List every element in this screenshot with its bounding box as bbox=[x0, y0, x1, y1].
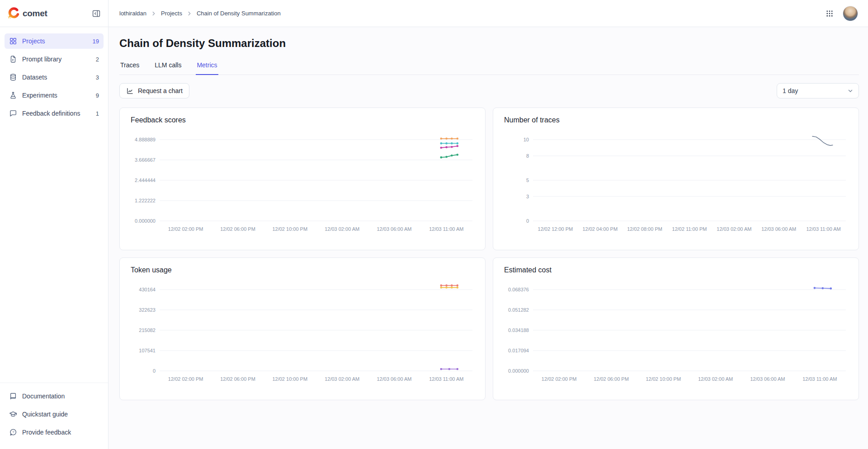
sidebar-nav: Projects 19 Prompt library 2 Datasets 3 … bbox=[0, 27, 108, 124]
svg-text:0.051282: 0.051282 bbox=[508, 307, 529, 313]
collapse-sidebar-icon[interactable] bbox=[92, 9, 101, 18]
line-chart-feedback-scores: 4.8888893.6666672.4444441.2222220.000000… bbox=[131, 131, 474, 239]
svg-text:430164: 430164 bbox=[139, 287, 156, 292]
svg-text:12/03 11:00 AM: 12/03 11:00 AM bbox=[802, 376, 837, 382]
breadcrumb: lothiraldanProjectsChain of Density Summ… bbox=[119, 10, 281, 17]
sidebar: comet Projects 19 Prompt library 2 Datas… bbox=[0, 0, 108, 449]
sidebar-item-label: Datasets bbox=[22, 74, 47, 81]
line-chart-token-usage: 430164322623215082107541012/02 02:00 PM1… bbox=[131, 281, 474, 389]
svg-text:0.034188: 0.034188 bbox=[508, 327, 529, 333]
grid-icon bbox=[9, 37, 17, 45]
tab-traces[interactable]: Traces bbox=[119, 60, 140, 75]
prompt-file-icon bbox=[9, 55, 17, 63]
chart-title: Token usage bbox=[131, 266, 474, 274]
database-icon bbox=[9, 73, 17, 81]
sidebar-item-provide-feedback[interactable]: ? Provide feedback bbox=[5, 425, 104, 440]
comet-wordmark: comet bbox=[23, 9, 47, 19]
svg-text:12/03 11:00 AM: 12/03 11:00 AM bbox=[806, 226, 840, 232]
chart-card-estimated-cost: Estimated cost 0.0683760.0512820.0341880… bbox=[493, 257, 859, 400]
comet-logo[interactable]: comet bbox=[7, 7, 47, 19]
svg-text:12/03 02:00 AM: 12/03 02:00 AM bbox=[698, 376, 733, 382]
sidebar-item-label: Quickstart guide bbox=[22, 411, 68, 418]
svg-text:12/02 12:00 PM: 12/02 12:00 PM bbox=[538, 226, 573, 232]
sidebar-footer: Documentation Quickstart guide ? Provide… bbox=[0, 383, 108, 449]
svg-text:12/03 02:00 AM: 12/03 02:00 AM bbox=[717, 226, 751, 232]
svg-text:12/03 06:00 AM: 12/03 06:00 AM bbox=[377, 376, 411, 382]
sidebar-item-label: Feedback definitions bbox=[22, 110, 80, 117]
graduation-cap-icon bbox=[9, 410, 17, 418]
svg-text:322623: 322623 bbox=[139, 307, 156, 313]
svg-text:12/02 02:00 PM: 12/02 02:00 PM bbox=[542, 376, 577, 382]
svg-text:2.444444: 2.444444 bbox=[135, 178, 156, 183]
sidebar-item-count: 1 bbox=[96, 110, 99, 117]
svg-text:215082: 215082 bbox=[139, 327, 156, 333]
sidebar-item-prompt-library[interactable]: Prompt library 2 bbox=[5, 51, 104, 67]
chart-card-token-usage: Token usage 430164322623215082107541012/… bbox=[119, 257, 486, 400]
chevron-right-icon bbox=[151, 10, 157, 17]
tab-metrics[interactable]: Metrics bbox=[196, 60, 218, 75]
svg-text:?: ? bbox=[12, 430, 14, 434]
sidebar-item-count: 19 bbox=[93, 38, 99, 45]
request-a-chart-label: Request a chart bbox=[138, 87, 183, 94]
svg-text:12/02 06:00 PM: 12/02 06:00 PM bbox=[594, 376, 629, 382]
svg-text:12/02 06:00 PM: 12/02 06:00 PM bbox=[220, 376, 255, 382]
svg-text:12/03 02:00 AM: 12/03 02:00 AM bbox=[325, 376, 359, 382]
svg-text:1.222222: 1.222222 bbox=[135, 198, 156, 203]
sidebar-item-count: 3 bbox=[96, 74, 99, 81]
sidebar-item-feedback-definitions[interactable]: Feedback definitions 1 bbox=[5, 106, 104, 121]
tab-llm-calls[interactable]: LLM calls bbox=[154, 60, 182, 75]
svg-text:12/03 02:00 AM: 12/03 02:00 AM bbox=[325, 226, 359, 232]
comet-logo-icon bbox=[7, 7, 19, 19]
svg-text:12/03 06:00 AM: 12/03 06:00 AM bbox=[761, 226, 796, 232]
chart-title: Estimated cost bbox=[504, 266, 848, 274]
line-chart-estimated-cost: 0.0683760.0512820.0341880.0170940.000000… bbox=[504, 281, 848, 389]
svg-text:3.666667: 3.666667 bbox=[135, 157, 156, 163]
sidebar-item-count: 2 bbox=[96, 56, 99, 63]
sidebar-item-label: Projects bbox=[22, 37, 45, 45]
sidebar-item-label: Prompt library bbox=[22, 56, 61, 63]
svg-text:12/02 08:00 PM: 12/02 08:00 PM bbox=[627, 226, 662, 232]
svg-text:12/02 04:00 PM: 12/02 04:00 PM bbox=[582, 226, 618, 232]
apps-grid-icon[interactable] bbox=[826, 9, 834, 18]
charts-grid: Feedback scores 4.8888893.6666672.444444… bbox=[119, 108, 859, 400]
sidebar-item-label: Documentation bbox=[22, 393, 65, 400]
sidebar-item-documentation[interactable]: Documentation bbox=[5, 388, 104, 404]
sidebar-item-quickstart-guide[interactable]: Quickstart guide bbox=[5, 407, 104, 422]
sidebar-item-experiments[interactable]: Experiments 9 bbox=[5, 88, 104, 103]
user-avatar[interactable] bbox=[843, 6, 858, 21]
sidebar-item-label: Provide feedback bbox=[22, 429, 71, 436]
svg-text:12/02 10:00 PM: 12/02 10:00 PM bbox=[272, 226, 307, 232]
svg-text:12/03 11:00 AM: 12/03 11:00 AM bbox=[429, 226, 463, 232]
topbar: lothiraldanProjectsChain of Density Summ… bbox=[108, 0, 868, 27]
svg-text:0.000000: 0.000000 bbox=[135, 218, 156, 224]
svg-text:107541: 107541 bbox=[139, 348, 156, 353]
sidebar-header: comet bbox=[0, 0, 108, 27]
svg-text:12/03 06:00 AM: 12/03 06:00 AM bbox=[377, 226, 411, 232]
sidebar-item-projects[interactable]: Projects 19 bbox=[5, 33, 104, 49]
svg-text:12/02 10:00 PM: 12/02 10:00 PM bbox=[272, 376, 307, 382]
svg-text:12/02 11:00 PM: 12/02 11:00 PM bbox=[672, 226, 707, 232]
controls-row: Request a chart 1 day bbox=[119, 83, 859, 98]
breadcrumb-item-lothiraldan[interactable]: lothiraldan bbox=[119, 10, 146, 17]
sidebar-item-datasets[interactable]: Datasets 3 bbox=[5, 70, 104, 85]
tab-bar: TracesLLM callsMetrics bbox=[119, 60, 859, 75]
time-range-select[interactable]: 1 day bbox=[777, 83, 859, 98]
breadcrumb-item-chain-of-density-summarization: Chain of Density Summarization bbox=[197, 10, 281, 17]
svg-text:12/03 11:00 AM: 12/03 11:00 AM bbox=[429, 376, 463, 382]
chevron-right-icon bbox=[186, 10, 193, 17]
chart-title: Feedback scores bbox=[131, 116, 474, 124]
sidebar-item-label: Experiments bbox=[22, 92, 57, 99]
chart-title: Number of traces bbox=[504, 116, 848, 124]
request-a-chart-button[interactable]: Request a chart bbox=[119, 83, 189, 98]
breadcrumb-item-projects[interactable]: Projects bbox=[161, 10, 182, 17]
svg-text:3: 3 bbox=[526, 194, 529, 199]
svg-text:0.068376: 0.068376 bbox=[508, 287, 529, 292]
book-icon bbox=[9, 392, 17, 400]
svg-text:12/03 06:00 AM: 12/03 06:00 AM bbox=[750, 376, 785, 382]
chart-card-number-of-traces: Number of traces 10853012/02 12:00 PM12/… bbox=[493, 108, 859, 250]
flask-icon bbox=[9, 91, 17, 99]
speech-bubble-icon bbox=[9, 109, 17, 117]
chart-card-feedback-scores: Feedback scores 4.8888893.6666672.444444… bbox=[119, 108, 486, 250]
page-title: Chain of Density Summarization bbox=[119, 37, 859, 50]
main-content: Chain of Density Summarization TracesLLM… bbox=[108, 27, 868, 449]
